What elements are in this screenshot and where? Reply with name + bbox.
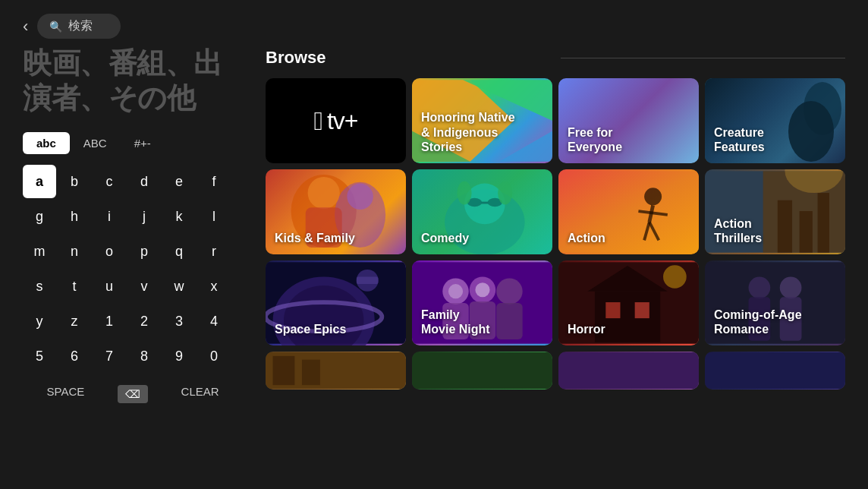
key-k[interactable]: k — [162, 200, 196, 233]
key-3[interactable]: 3 — [162, 304, 196, 338]
key-b[interactable]: b — [58, 165, 91, 198]
key-h[interactable]: h — [58, 200, 91, 233]
svg-rect-35 — [357, 276, 379, 284]
delete-icon: ⌫ — [118, 385, 148, 403]
tab-symbols[interactable]: #+- — [121, 132, 165, 154]
key-s[interactable]: s — [23, 270, 56, 303]
tile-bottom2[interactable] — [412, 352, 552, 390]
browse-title: Browse — [266, 48, 550, 68]
key-w[interactable]: w — [162, 270, 196, 303]
key-p[interactable]: p — [127, 235, 161, 268]
key-2[interactable]: 2 — [127, 304, 161, 338]
key-u[interactable]: u — [93, 270, 126, 303]
key-c[interactable]: c — [93, 165, 126, 198]
svg-rect-58 — [302, 360, 320, 386]
tile-action-thrillers[interactable]: ActionThrillers — [705, 169, 845, 254]
tile-coming[interactable]: Coming-of-AgeRomance — [705, 260, 845, 345]
key-0[interactable]: 0 — [197, 339, 231, 373]
key-4[interactable]: 4 — [197, 304, 231, 338]
key-x[interactable]: x — [197, 270, 231, 303]
appletv-logo:  tv+ — [314, 106, 358, 136]
svg-rect-48 — [605, 302, 620, 318]
delete-key[interactable]: ⌫ — [112, 377, 154, 411]
key-f[interactable]: f — [197, 165, 231, 198]
key-l[interactable]: l — [197, 200, 231, 233]
tile-horror[interactable]: Horror — [558, 260, 699, 345]
back-button[interactable]: ‹ — [23, 17, 28, 36]
tv-plus-text: tv+ — [327, 107, 358, 135]
key-7[interactable]: 7 — [93, 339, 126, 373]
tile-action[interactable]: Action — [558, 169, 699, 254]
key-t[interactable]: t — [58, 270, 91, 303]
key-r[interactable]: r — [197, 235, 231, 268]
svg-point-5 — [788, 101, 834, 162]
tile-bottom4[interactable] — [705, 352, 845, 390]
key-e[interactable]: e — [162, 165, 196, 198]
search-pill[interactable]: 🔍 検索 — [37, 14, 121, 39]
key-6[interactable]: 6 — [58, 339, 91, 373]
key-9[interactable]: 9 — [162, 339, 196, 373]
bottom3-svg — [558, 352, 699, 390]
tile-comedy[interactable]: Comedy — [412, 169, 552, 254]
tile-space-label: Space Epics — [275, 322, 346, 336]
search-label: 検索 — [68, 18, 93, 34]
key-y[interactable]: y — [23, 304, 56, 338]
main-content: 映画、番組、出演者、その他 abc ABC #+- a b c d e f g … — [0, 46, 868, 489]
svg-rect-57 — [273, 356, 295, 385]
key-8[interactable]: 8 — [127, 339, 161, 373]
tile-bottom3[interactable] — [558, 352, 699, 390]
key-a[interactable]: a — [23, 165, 56, 198]
svg-point-39 — [496, 278, 523, 304]
key-d[interactable]: d — [127, 165, 161, 198]
keyboard-panel: 映画、番組、出演者、その他 abc ABC #+- a b c d e f g … — [23, 46, 258, 489]
svg-point-17 — [498, 181, 512, 205]
browse-grid-bottom — [266, 352, 845, 390]
creature-svg — [777, 78, 845, 163]
key-z[interactable]: z — [58, 304, 91, 338]
tile-kids-label: Kids & Family — [275, 231, 355, 245]
tile-creature[interactable]: CreatureFeatures — [705, 78, 845, 163]
svg-point-9 — [347, 184, 373, 210]
clear-key[interactable]: CLEAR — [157, 377, 243, 411]
key-g[interactable]: g — [23, 200, 56, 233]
browse-panel: Browse  tv+ — [258, 46, 845, 489]
key-5[interactable]: 5 — [23, 339, 56, 373]
svg-rect-59 — [412, 352, 552, 389]
key-m[interactable]: m — [23, 235, 56, 268]
search-placeholder: 映画、番組、出演者、その他 — [23, 46, 243, 115]
bottom1-svg — [266, 352, 406, 390]
browse-grid:  tv+ Honoring Native& IndigenousStories — [266, 78, 845, 345]
space-key[interactable]: SPACE — [23, 377, 108, 411]
key-v[interactable]: v — [127, 270, 161, 303]
tile-space[interactable]: Space Epics — [266, 260, 406, 345]
tile-action-label: Action — [568, 231, 605, 245]
tile-kids[interactable]: Kids & Family — [266, 169, 406, 254]
tile-honoring[interactable]: Honoring Native& IndigenousStories — [412, 78, 552, 163]
key-i[interactable]: i — [93, 200, 126, 233]
svg-rect-42 — [496, 303, 523, 339]
svg-point-8 — [308, 177, 340, 209]
svg-rect-60 — [558, 352, 699, 389]
key-j[interactable]: j — [127, 200, 161, 233]
key-o[interactable]: o — [93, 235, 126, 268]
tile-bottom1[interactable] — [266, 352, 406, 390]
key-n[interactable]: n — [58, 235, 91, 268]
svg-point-52 — [749, 276, 771, 298]
tab-ABC[interactable]: ABC — [70, 132, 121, 154]
svg-rect-27 — [800, 211, 813, 253]
svg-point-44 — [475, 282, 489, 297]
key-q[interactable]: q — [162, 235, 196, 268]
tile-appletv[interactable]:  tv+ — [266, 78, 406, 163]
svg-point-43 — [448, 284, 463, 298]
svg-rect-15 — [481, 202, 489, 204]
svg-rect-26 — [778, 200, 792, 253]
tile-family[interactable]: FamilyMovie Night — [412, 260, 552, 345]
tile-free[interactable]: Free forEveryone — [558, 78, 699, 163]
svg-rect-28 — [818, 193, 829, 253]
tile-coming-label: Coming-of-AgeRomance — [714, 308, 802, 336]
tab-abc[interactable]: abc — [23, 132, 70, 154]
tile-creature-label: CreatureFeatures — [714, 125, 765, 154]
tile-comedy-label: Comedy — [421, 231, 469, 245]
tile-family-label: FamilyMovie Night — [421, 308, 490, 336]
key-1[interactable]: 1 — [93, 304, 126, 338]
